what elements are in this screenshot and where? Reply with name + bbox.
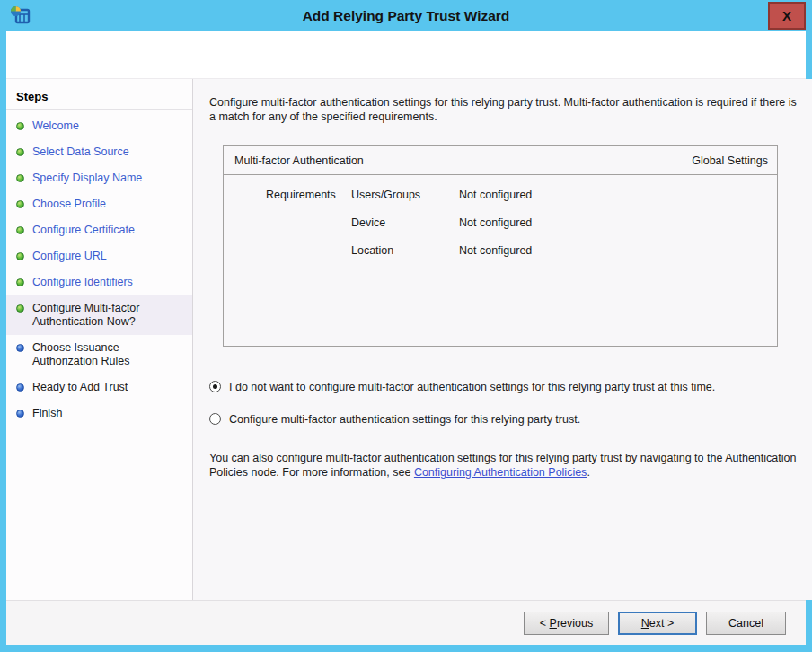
sidebar-item-choose-profile[interactable]: Choose Profile <box>6 191 192 217</box>
step-done-bullet-icon <box>16 122 24 130</box>
step-label: Welcome <box>32 119 79 133</box>
sidebar-item-configure-url[interactable]: Configure URL <box>6 243 192 269</box>
row-value: Not configured <box>459 216 777 229</box>
table-body: Requirements Users/Groups Not configured… <box>224 175 777 272</box>
step-label: Specify Display Name <box>32 172 142 185</box>
title-bar: Add Relying Party Trust Wizard X <box>0 0 812 31</box>
sidebar-item-configure-identifiers[interactable]: Configure Identifiers <box>6 269 192 295</box>
mfa-settings-table: Multi-factor Authentication Global Setti… <box>223 145 778 347</box>
step-label: Finish <box>32 407 62 420</box>
row-name: Device <box>351 216 459 229</box>
row-value: Not configured <box>459 189 777 201</box>
steps-panel: Steps Welcome Select Data Source Specify… <box>6 79 193 600</box>
sidebar-item-configure-certificate[interactable]: Configure Certificate <box>6 217 192 243</box>
previous-accel: P <box>550 617 557 630</box>
table-title: Multi-factor Authentication <box>234 154 364 167</box>
row-value: Not configured <box>459 244 777 257</box>
note-after-link: . <box>587 466 589 479</box>
sidebar-item-welcome[interactable]: Welcome <box>6 113 192 139</box>
step-label: Configure Identifiers <box>32 276 133 289</box>
radio-label: Configure multi-factor authentication se… <box>229 413 580 426</box>
step-done-bullet-icon <box>16 200 24 208</box>
steps-header: Steps <box>6 86 192 110</box>
button-bar: < Previous Next > Cancel <box>6 600 806 645</box>
close-button[interactable]: X <box>768 2 806 30</box>
step-done-bullet-icon <box>16 148 24 156</box>
dialog-frame: Steps Welcome Select Data Source Specify… <box>6 31 806 645</box>
mfa-choice-radio-group: I do not want to configure multi-factor … <box>209 381 798 426</box>
sidebar-item-configure-multi-factor-authentication: Configure Multi-factor Authentication No… <box>6 295 192 335</box>
radio-unselected-icon[interactable] <box>209 413 221 425</box>
table-row: Requirements Users/Groups Not configured <box>266 189 777 216</box>
sidebar-item-select-data-source[interactable]: Select Data Source <box>6 139 192 165</box>
row-name: Users/Groups <box>351 189 459 201</box>
note-text: You can also configure multi-factor auth… <box>209 451 798 480</box>
step-label: Choose Issuance Authorization Rules <box>32 341 187 368</box>
cancel-button[interactable]: Cancel <box>706 612 786 635</box>
sidebar-item-finish: Finish <box>6 401 192 427</box>
previous-label: < <box>540 617 550 630</box>
step-current-bullet-icon <box>16 304 24 313</box>
cancel-label: Cancel <box>728 617 763 630</box>
sidebar-item-specify-display-name[interactable]: Specify Display Name <box>6 165 192 191</box>
window-title: Add Relying Party Trust Wizard <box>0 8 812 24</box>
adfs-app-icon <box>9 4 32 28</box>
radio-configure-mfa[interactable]: Configure multi-factor authentication se… <box>209 413 798 426</box>
step-upcoming-bullet-icon <box>16 410 24 418</box>
row-name: Location <box>351 244 459 257</box>
step-upcoming-bullet-icon <box>16 344 24 352</box>
step-done-bullet-icon <box>16 278 24 286</box>
content-panel: Configure multi-factor authentication se… <box>193 79 812 600</box>
global-settings-header: Global Settings <box>692 154 768 167</box>
next-rest: ext > <box>649 617 674 630</box>
previous-button[interactable]: < Previous <box>524 612 609 635</box>
table-header-row: Multi-factor Authentication Global Setti… <box>224 146 777 175</box>
step-label: Ready to Add Trust <box>32 381 128 394</box>
close-icon: X <box>782 8 791 23</box>
step-done-bullet-icon <box>16 252 24 260</box>
previous-rest: revious <box>557 617 593 630</box>
intro-text: Configure multi-factor authentication se… <box>209 95 798 124</box>
step-done-bullet-icon <box>16 226 24 234</box>
table-row: Device Not configured <box>266 216 777 244</box>
radio-selected-icon[interactable] <box>209 381 221 392</box>
step-label: Configure Multi-factor Authentication No… <box>32 302 187 329</box>
configuring-authentication-policies-link[interactable]: Configuring Authentication Policies <box>414 466 587 479</box>
sidebar-item-ready-to-add-trust: Ready to Add Trust <box>6 374 192 401</box>
next-accel: N <box>641 617 649 630</box>
step-done-bullet-icon <box>16 174 24 182</box>
next-button[interactable]: Next > <box>618 612 697 635</box>
radio-label: I do not want to configure multi-factor … <box>229 381 715 393</box>
step-label: Configure URL <box>32 250 107 263</box>
wizard-window: Add Relying Party Trust Wizard X Steps W… <box>0 0 812 652</box>
step-label: Configure Certificate <box>32 224 135 237</box>
step-label: Choose Profile <box>32 198 106 211</box>
radio-do-not-configure-mfa[interactable]: I do not want to configure multi-factor … <box>209 381 798 393</box>
step-label: Select Data Source <box>32 145 129 159</box>
requirements-group-label: Requirements <box>266 189 351 201</box>
table-row: Location Not configured <box>266 244 777 272</box>
wizard-header-band <box>6 31 806 79</box>
sidebar-item-choose-issuance-authorization-rules: Choose Issuance Authorization Rules <box>6 335 192 374</box>
step-upcoming-bullet-icon <box>16 383 24 392</box>
